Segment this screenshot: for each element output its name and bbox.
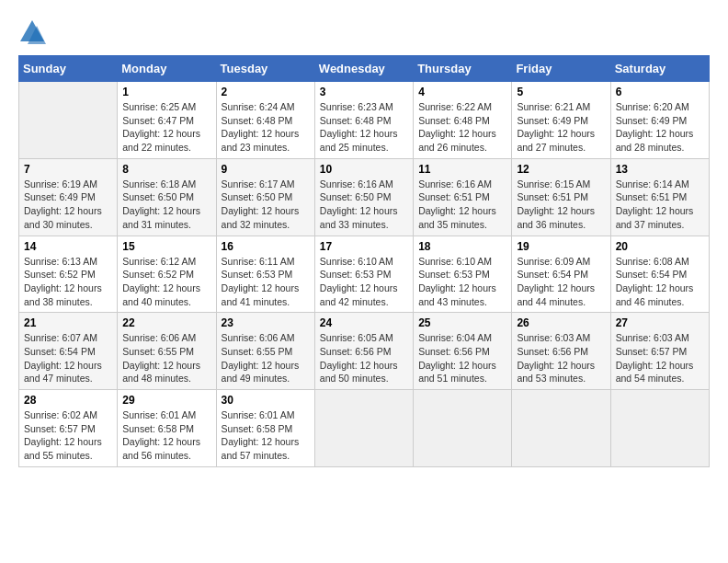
calendar-cell	[314, 390, 413, 467]
logo-icon	[18, 18, 46, 46]
day-number: 2	[222, 86, 310, 98]
day-info: Sunrise: 6:23 AM Sunset: 6:48 PM Dayligh…	[320, 100, 408, 155]
day-number: 17	[320, 240, 408, 253]
day-info: Sunrise: 6:16 AM Sunset: 6:51 PM Dayligh…	[418, 178, 506, 232]
calendar-cell: 14Sunrise: 6:13 AM Sunset: 6:52 PM Dayli…	[19, 236, 118, 313]
page-header	[18, 18, 710, 46]
calendar-week-row: 28Sunrise: 6:02 AM Sunset: 6:57 PM Dayli…	[19, 390, 710, 467]
day-number: 23	[222, 316, 310, 329]
day-number: 10	[320, 163, 408, 176]
calendar-cell: 26Sunrise: 6:03 AM Sunset: 6:56 PM Dayli…	[512, 313, 610, 390]
day-number: 29	[122, 394, 210, 407]
calendar-cell: 4Sunrise: 6:22 AM Sunset: 6:48 PM Daylig…	[414, 82, 512, 159]
calendar-cell: 6Sunrise: 6:20 AM Sunset: 6:49 PM Daylig…	[610, 82, 709, 159]
day-number: 19	[517, 240, 605, 253]
day-info: Sunrise: 6:09 AM Sunset: 6:54 PM Dayligh…	[517, 255, 605, 309]
header-tuesday: Tuesday	[216, 56, 314, 82]
calendar-week-row: 14Sunrise: 6:13 AM Sunset: 6:52 PM Dayli…	[19, 236, 710, 313]
calendar-cell: 30Sunrise: 6:01 AM Sunset: 6:58 PM Dayli…	[216, 390, 314, 467]
calendar-cell	[19, 82, 118, 159]
day-info: Sunrise: 6:13 AM Sunset: 6:52 PM Dayligh…	[24, 255, 112, 309]
calendar-cell: 2Sunrise: 6:24 AM Sunset: 6:48 PM Daylig…	[216, 82, 314, 159]
calendar-week-row: 21Sunrise: 6:07 AM Sunset: 6:54 PM Dayli…	[19, 313, 710, 390]
calendar-week-row: 1Sunrise: 6:25 AM Sunset: 6:47 PM Daylig…	[19, 82, 710, 159]
calendar-cell	[610, 390, 709, 467]
header-wednesday: Wednesday	[314, 56, 413, 82]
day-info: Sunrise: 6:08 AM Sunset: 6:54 PM Dayligh…	[616, 255, 704, 309]
calendar-cell	[512, 390, 610, 467]
day-info: Sunrise: 6:25 AM Sunset: 6:47 PM Dayligh…	[122, 100, 210, 155]
calendar-cell: 10Sunrise: 6:16 AM Sunset: 6:50 PM Dayli…	[314, 158, 413, 236]
day-info: Sunrise: 6:01 AM Sunset: 6:58 PM Dayligh…	[122, 408, 210, 463]
day-info: Sunrise: 6:03 AM Sunset: 6:56 PM Dayligh…	[517, 331, 605, 385]
day-info: Sunrise: 6:20 AM Sunset: 6:49 PM Dayligh…	[616, 100, 704, 155]
calendar-cell: 28Sunrise: 6:02 AM Sunset: 6:57 PM Dayli…	[19, 390, 118, 467]
day-info: Sunrise: 6:02 AM Sunset: 6:57 PM Dayligh…	[24, 408, 112, 463]
day-number: 6	[616, 86, 704, 98]
calendar-cell: 18Sunrise: 6:10 AM Sunset: 6:53 PM Dayli…	[414, 236, 512, 313]
day-number: 18	[418, 240, 506, 253]
calendar-cell: 8Sunrise: 6:18 AM Sunset: 6:50 PM Daylig…	[118, 158, 216, 236]
day-number: 11	[418, 163, 506, 176]
calendar-cell: 15Sunrise: 6:12 AM Sunset: 6:52 PM Dayli…	[118, 236, 216, 313]
calendar-cell: 16Sunrise: 6:11 AM Sunset: 6:53 PM Dayli…	[216, 236, 314, 313]
calendar-cell: 7Sunrise: 6:19 AM Sunset: 6:49 PM Daylig…	[19, 158, 118, 236]
day-number: 14	[24, 240, 112, 253]
day-number: 24	[320, 316, 408, 329]
day-info: Sunrise: 6:07 AM Sunset: 6:54 PM Dayligh…	[24, 331, 112, 385]
calendar-cell: 23Sunrise: 6:06 AM Sunset: 6:55 PM Dayli…	[216, 313, 314, 390]
calendar-cell: 9Sunrise: 6:17 AM Sunset: 6:50 PM Daylig…	[216, 158, 314, 236]
day-number: 15	[122, 240, 210, 253]
logo	[18, 18, 50, 46]
day-info: Sunrise: 6:01 AM Sunset: 6:58 PM Dayligh…	[222, 408, 310, 463]
calendar-cell: 5Sunrise: 6:21 AM Sunset: 6:49 PM Daylig…	[512, 82, 610, 159]
calendar-cell: 3Sunrise: 6:23 AM Sunset: 6:48 PM Daylig…	[314, 82, 413, 159]
calendar-cell: 17Sunrise: 6:10 AM Sunset: 6:53 PM Dayli…	[314, 236, 413, 313]
day-info: Sunrise: 6:06 AM Sunset: 6:55 PM Dayligh…	[222, 331, 310, 385]
day-number: 13	[616, 163, 704, 176]
header-monday: Monday	[118, 56, 216, 82]
calendar-cell: 20Sunrise: 6:08 AM Sunset: 6:54 PM Dayli…	[610, 236, 709, 313]
header-saturday: Saturday	[610, 56, 709, 82]
day-number: 3	[320, 86, 408, 98]
calendar-cell: 22Sunrise: 6:06 AM Sunset: 6:55 PM Dayli…	[118, 313, 216, 390]
day-number: 16	[222, 240, 310, 253]
day-number: 20	[616, 240, 704, 253]
day-number: 12	[517, 163, 605, 176]
day-info: Sunrise: 6:24 AM Sunset: 6:48 PM Dayligh…	[222, 100, 310, 155]
day-info: Sunrise: 6:19 AM Sunset: 6:49 PM Dayligh…	[24, 178, 112, 232]
day-info: Sunrise: 6:21 AM Sunset: 6:49 PM Dayligh…	[517, 100, 605, 155]
day-info: Sunrise: 6:06 AM Sunset: 6:55 PM Dayligh…	[122, 331, 210, 385]
day-number: 9	[222, 163, 310, 176]
day-info: Sunrise: 6:18 AM Sunset: 6:50 PM Dayligh…	[122, 178, 210, 232]
day-info: Sunrise: 6:12 AM Sunset: 6:52 PM Dayligh…	[122, 255, 210, 309]
day-info: Sunrise: 6:16 AM Sunset: 6:50 PM Dayligh…	[320, 178, 408, 232]
calendar-cell: 19Sunrise: 6:09 AM Sunset: 6:54 PM Dayli…	[512, 236, 610, 313]
calendar-cell: 27Sunrise: 6:03 AM Sunset: 6:57 PM Dayli…	[610, 313, 709, 390]
header-friday: Friday	[512, 56, 610, 82]
day-number: 21	[24, 316, 112, 329]
calendar-cell	[414, 390, 512, 467]
day-info: Sunrise: 6:14 AM Sunset: 6:51 PM Dayligh…	[616, 178, 704, 232]
calendar-cell: 11Sunrise: 6:16 AM Sunset: 6:51 PM Dayli…	[414, 158, 512, 236]
header-thursday: Thursday	[414, 56, 512, 82]
calendar-header-row: SundayMondayTuesdayWednesdayThursdayFrid…	[19, 56, 710, 82]
day-number: 5	[517, 86, 605, 98]
calendar-cell: 12Sunrise: 6:15 AM Sunset: 6:51 PM Dayli…	[512, 158, 610, 236]
day-info: Sunrise: 6:03 AM Sunset: 6:57 PM Dayligh…	[616, 331, 704, 385]
calendar-cell: 21Sunrise: 6:07 AM Sunset: 6:54 PM Dayli…	[19, 313, 118, 390]
day-number: 1	[122, 86, 210, 98]
day-number: 28	[24, 394, 112, 407]
calendar-table: SundayMondayTuesdayWednesdayThursdayFrid…	[18, 55, 710, 467]
day-number: 26	[517, 316, 605, 329]
day-number: 7	[24, 163, 112, 176]
calendar-cell: 24Sunrise: 6:05 AM Sunset: 6:56 PM Dayli…	[314, 313, 413, 390]
calendar-cell: 13Sunrise: 6:14 AM Sunset: 6:51 PM Dayli…	[610, 158, 709, 236]
day-info: Sunrise: 6:04 AM Sunset: 6:56 PM Dayligh…	[418, 331, 506, 385]
day-number: 8	[122, 163, 210, 176]
day-info: Sunrise: 6:11 AM Sunset: 6:53 PM Dayligh…	[222, 255, 310, 309]
header-sunday: Sunday	[19, 56, 118, 82]
day-info: Sunrise: 6:10 AM Sunset: 6:53 PM Dayligh…	[418, 255, 506, 309]
day-info: Sunrise: 6:05 AM Sunset: 6:56 PM Dayligh…	[320, 331, 408, 385]
day-number: 30	[222, 394, 310, 407]
